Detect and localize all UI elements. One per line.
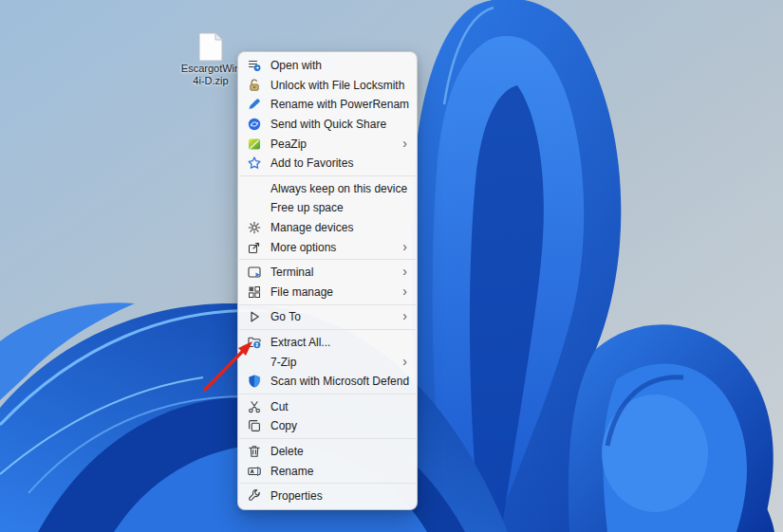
file-name-line2: 4i-D.zip [177,75,245,87]
menu-separator [239,304,416,305]
quick-share-icon [247,117,262,132]
menu-item-terminal[interactable]: Terminal› [238,263,417,283]
menu-item-rename-with-powerrename[interactable]: Rename with PowerRename [238,95,417,115]
copy-icon [247,418,262,433]
menu-item-label: Free up space [270,201,409,214]
chevron-right-icon: › [402,240,409,253]
file-name-label: EscargotWin 4i-D.zip [177,63,245,87]
power-rename-icon [247,97,262,112]
menu-item-label: PeaZip [270,138,402,151]
menu-item-label: Rename with PowerRename [270,98,409,111]
menu-item-label: Scan with Microsoft Defender... [270,375,409,388]
terminal-icon [247,265,262,280]
menu-separator [239,483,416,484]
desktop-file-zip[interactable]: EscargotWin 4i-D.zip [177,32,245,87]
desktop: EscargotWin 4i-D.zip Open withUnlock wit… [0,0,783,532]
menu-item-label: Always keep on this device [270,182,409,195]
menu-item-label: Rename [270,465,409,478]
chevron-right-icon: › [402,137,409,150]
menu-item-manage-devices[interactable]: Manage devices [238,218,417,238]
menu-item-delete[interactable]: Delete [238,442,417,462]
menu-item-file-manage[interactable]: File manage› [238,283,417,303]
menu-item-label: Open with [270,59,409,72]
go-to-icon [247,309,262,324]
chevron-right-icon: › [402,284,409,298]
menu-item-rename[interactable]: Rename [238,461,417,481]
menu-item-add-to-favorites[interactable]: Add to Favorites [238,154,417,174]
menu-item-label: Add to Favorites [270,156,409,170]
menu-item-cut[interactable]: Cut [238,397,417,417]
menu-separator [239,175,416,176]
defender-icon [247,374,262,389]
icon-placeholder [247,181,262,196]
menu-item-label: Delete [270,445,409,458]
chevron-right-icon: › [402,309,409,322]
menu-item-label: Terminal [270,266,402,279]
menu-separator [239,438,416,439]
chevron-right-icon: › [402,265,409,278]
file-name-line1: EscargotWin [177,63,245,75]
more-options-icon [247,240,262,255]
icon-placeholder [247,355,262,370]
peazip-icon [247,137,262,152]
open-with-icon [247,58,262,73]
menu-item-label: More options [270,241,402,254]
favorites-star-icon [247,156,262,171]
gear-icon [247,220,262,235]
properties-icon [247,488,262,504]
menu-separator [239,329,416,330]
document-icon [198,32,223,62]
menu-item-more-options[interactable]: More options› [238,237,417,257]
menu-item-label: Properties [270,489,409,503]
menu-item-unlock-with-file-locksmith[interactable]: Unlock with File Locksmith [238,76,417,96]
menu-separator [239,394,416,394]
menu-item-label: Send with Quick Share [270,118,409,131]
chevron-right-icon: › [402,355,409,368]
file-manage-icon [247,284,262,300]
menu-item-label: 7-Zip [270,356,402,369]
context-menu: Open withUnlock with File LocksmithRenam… [237,51,418,510]
menu-item-label: Manage devices [270,221,409,234]
menu-item-properties[interactable]: Properties [238,486,417,506]
menu-item-free-up-space[interactable]: Free up space [238,198,417,218]
menu-item-label: File manage [270,285,402,299]
unlock-icon [247,78,262,93]
menu-item-copy[interactable]: Copy [238,416,417,436]
cut-icon [247,399,262,414]
menu-item-label: Unlock with File Locksmith [270,79,409,92]
rename-icon [247,464,262,479]
extract-all-icon [247,335,262,350]
menu-item-open-with[interactable]: Open with [238,56,417,76]
menu-item-peazip[interactable]: PeaZip› [238,134,417,154]
menu-item-extract-all[interactable]: Extract All... [238,333,417,353]
menu-item-label: Copy [270,419,409,432]
menu-item-send-with-quick-share[interactable]: Send with Quick Share [238,115,417,135]
delete-icon [247,444,262,459]
menu-item-label: Extract All... [270,336,409,349]
menu-item-label: Cut [270,400,409,413]
icon-placeholder [247,200,262,215]
menu-separator [239,259,416,260]
menu-item-always-keep-on-this-device[interactable]: Always keep on this device [238,179,417,199]
menu-item-scan-with-microsoft-defender[interactable]: Scan with Microsoft Defender... [238,372,417,392]
menu-item-label: Go To [270,310,402,323]
menu-item-7-zip[interactable]: 7-Zip› [238,352,417,372]
menu-item-go-to[interactable]: Go To› [238,307,417,327]
